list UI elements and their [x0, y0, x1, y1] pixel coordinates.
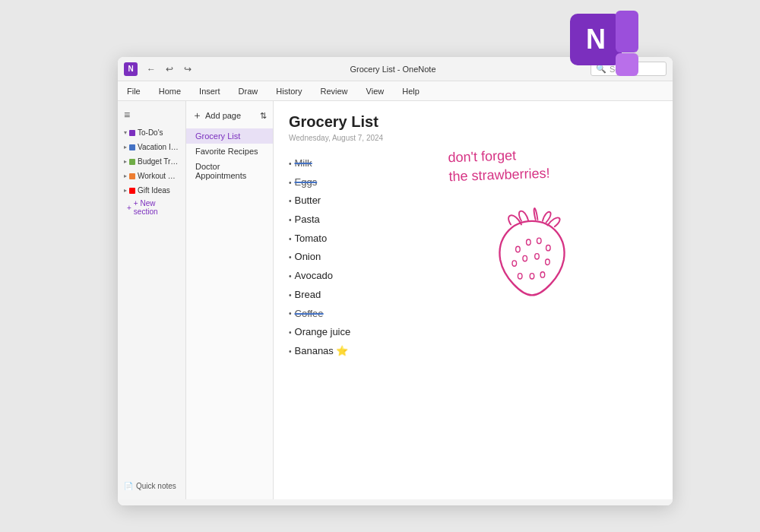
note-area[interactable]: Grocery List Wednesday, August 7, 2024 •…: [274, 101, 673, 499]
chevron-icon: ▸: [124, 144, 127, 150]
bullet-coffee: •: [289, 306, 292, 321]
add-icon: ＋: [192, 109, 202, 122]
app-icon-letter: N: [128, 65, 133, 73]
list-item-bread: •Bread: [289, 286, 395, 305]
ribbon-item-file[interactable]: File: [124, 85, 144, 97]
section-color-gift: [129, 188, 135, 194]
item-text-bread: Bread: [295, 286, 321, 305]
plus-icon: +: [127, 204, 131, 212]
add-page-label: Add page: [205, 111, 241, 120]
list-item-bananas: •Bananas ⭐: [289, 342, 395, 361]
sidebar-section-budget[interactable]: ▸ Budget Tracker: [118, 154, 185, 169]
page-item-grocery[interactable]: Grocery List: [186, 128, 273, 144]
section-color-budget: [129, 159, 135, 165]
bullet-avocado: •: [289, 269, 292, 283]
list-item-tomato: •Tomato: [289, 230, 395, 249]
ribbon: FileHomeInsertDrawHistoryReviewViewHelp: [118, 81, 673, 101]
list-item-avocado: •Avocado: [289, 267, 395, 286]
svg-point-4: [512, 261, 517, 266]
list-item-butter: •Butter: [289, 192, 395, 211]
new-section-label: + New section: [134, 199, 176, 216]
hamburger-button[interactable]: ≡: [118, 104, 185, 125]
svg-point-2: [537, 238, 542, 243]
svg-point-0: [516, 246, 521, 252]
sidebar-sections: ▾ To-Do's ▸ Vacation Ideas ▸ Budget Trac…: [118, 125, 185, 198]
logo-accent2: [616, 53, 638, 76]
note-title: Grocery List: [289, 113, 657, 131]
svg-point-6: [535, 254, 540, 259]
section-label-vacation: Vacation Ideas: [138, 143, 179, 151]
item-text-butter: Butter: [295, 192, 321, 211]
section-label-budget: Budget Tracker: [138, 157, 179, 166]
handwriting-line2: the strawberries!: [448, 164, 550, 187]
note-content: •Milk•Eggs•Butter•Pasta•Tomato•Onion•Avo…: [289, 154, 657, 361]
svg-point-5: [523, 255, 527, 261]
svg-point-7: [546, 259, 550, 264]
item-text-coffee: Coffee: [295, 305, 324, 324]
chevron-icon: ▸: [124, 187, 127, 194]
ribbon-item-review[interactable]: Review: [318, 85, 351, 97]
ribbon-item-help[interactable]: Help: [399, 85, 423, 97]
new-section-button[interactable]: + + New section: [118, 198, 185, 217]
item-text-orange_juice: Orange juice: [295, 323, 351, 342]
page-icon: 📄: [124, 482, 133, 490]
quick-notes-label: Quick notes: [136, 482, 176, 490]
bullet-orange_juice: •: [289, 325, 292, 340]
section-label-workout: Workout Plan: [138, 172, 179, 180]
undo-button[interactable]: ↩: [162, 62, 177, 77]
page-item-recipes[interactable]: Favorite Recipes: [186, 144, 273, 159]
section-label-gift: Gift Ideas: [138, 186, 179, 195]
ribbon-item-insert[interactable]: Insert: [196, 85, 223, 97]
svg-point-3: [546, 245, 551, 250]
bullet-pasta: •: [289, 213, 292, 227]
redo-button[interactable]: ↪: [180, 62, 195, 77]
bullet-milk: •: [289, 157, 292, 171]
bullet-onion: •: [289, 250, 292, 264]
window-title: Grocery List - OneNote: [195, 65, 591, 74]
ribbon-item-view[interactable]: View: [363, 85, 388, 97]
svg-point-8: [518, 274, 522, 279]
app-icon: N: [124, 62, 138, 76]
logo-accent: [616, 11, 638, 52]
quick-notes-button[interactable]: 📄 Quick notes: [118, 476, 185, 496]
ribbon-item-history[interactable]: History: [273, 85, 305, 97]
main-area: ≡ ▾ To-Do's ▸ Vacation Ideas ▸ Budget Tr…: [118, 101, 673, 499]
sidebar-section-todo[interactable]: ▾ To-Do's: [118, 125, 185, 140]
sidebar-section-gift[interactable]: ▸ Gift Ideas: [118, 183, 185, 198]
chevron-icon: ▾: [124, 129, 127, 136]
chevron-icon: ▸: [124, 158, 127, 165]
handwriting-area: don't forget the strawberries!: [441, 154, 657, 361]
chevron-icon: ▸: [124, 173, 127, 179]
page-item-doctor[interactable]: Doctor Appointments: [186, 159, 273, 183]
section-color-workout: [129, 173, 135, 179]
section-label-todo: To-Do's: [138, 128, 179, 137]
logo-letter: N: [586, 24, 606, 55]
list-item-milk: •Milk: [289, 154, 395, 173]
grocery-list: •Milk•Eggs•Butter•Pasta•Tomato•Onion•Avo…: [289, 154, 395, 361]
sidebar-section-workout[interactable]: ▸ Workout Plan: [118, 169, 185, 183]
ribbon-item-home[interactable]: Home: [156, 85, 184, 97]
app-window: N ← ↩ ↪ Grocery List - OneNote 🔍 Search …: [118, 57, 673, 505]
bullet-butter: •: [289, 194, 292, 208]
back-button[interactable]: ←: [144, 62, 159, 77]
sidebar-section-vacation[interactable]: ▸ Vacation Ideas: [118, 140, 185, 154]
sidebar: ≡ ▾ To-Do's ▸ Vacation Ideas ▸ Budget Tr…: [118, 101, 186, 499]
item-text-avocado: Avocado: [295, 267, 333, 286]
item-text-onion: Onion: [295, 248, 321, 267]
add-page-button[interactable]: ＋ Add page ⇅: [186, 106, 273, 125]
section-color-todo: [129, 130, 135, 136]
item-text-bananas: Bananas ⭐: [295, 342, 349, 361]
ribbon-item-draw[interactable]: Draw: [236, 85, 261, 97]
svg-point-10: [540, 272, 545, 277]
list-item-eggs: •Eggs: [289, 173, 395, 192]
svg-point-1: [527, 239, 531, 245]
item-text-pasta: Pasta: [295, 211, 320, 230]
svg-point-9: [530, 274, 534, 279]
list-item-coffee: •Coffee: [289, 305, 395, 324]
bullet-tomato: •: [289, 232, 292, 246]
section-color-vacation: [129, 144, 135, 150]
bullet-eggs: •: [289, 176, 292, 190]
bullet-bananas: •: [289, 344, 292, 359]
item-text-milk: Milk: [295, 154, 312, 173]
bullet-bread: •: [289, 288, 292, 302]
